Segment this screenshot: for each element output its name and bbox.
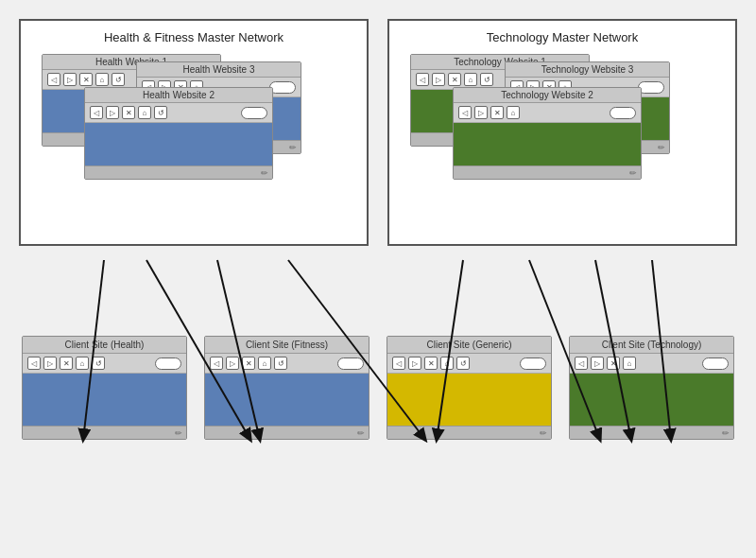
ch-forward: ▷ bbox=[43, 357, 57, 370]
ct-close: ✕ bbox=[607, 357, 620, 370]
t-forward-icon-2: ▷ bbox=[474, 106, 488, 119]
t-reload-icon: ↺ bbox=[480, 73, 493, 86]
tech-network-title: Technology Master Network bbox=[401, 30, 724, 44]
client-generic-toolbar: ◁ ▷ ✕ ⌂ ↺ bbox=[387, 354, 551, 374]
ct-search bbox=[702, 357, 729, 370]
home-icon-2: ⌂ bbox=[138, 106, 151, 119]
reload-icon-2: ↺ bbox=[154, 106, 167, 119]
back-icon: ◁ bbox=[47, 73, 60, 86]
client-generic-footer: ✏ bbox=[387, 426, 551, 439]
t-home-icon-2: ⌂ bbox=[507, 106, 520, 119]
client-fitness-title: Client Site (Fitness) bbox=[205, 337, 369, 354]
cf-forward: ▷ bbox=[226, 357, 239, 370]
health-card-3-title: Health Website 3 bbox=[137, 62, 301, 78]
t-forward-icon: ▷ bbox=[432, 73, 445, 86]
client-health-toolbar: ◁ ▷ ✕ ⌂ ↺ bbox=[23, 354, 186, 374]
cf-search bbox=[337, 357, 364, 370]
health-card-2-title: Health Website 2 bbox=[85, 88, 272, 103]
ch-search bbox=[155, 357, 181, 370]
close-icon: ✕ bbox=[79, 73, 93, 86]
client-technology-toolbar: ◁ ▷ ✕ ⌂ bbox=[570, 354, 733, 374]
client-technology-content bbox=[570, 374, 733, 426]
client-health-footer: ✏ bbox=[23, 426, 186, 439]
health-card-2: Health Website 2 ◁ ▷ ✕ ⌂ ↺ ✏ bbox=[84, 87, 273, 180]
tech-card-2-toolbar: ◁ ▷ ✕ ⌂ bbox=[454, 103, 641, 123]
ct-home: ⌂ bbox=[623, 357, 636, 370]
cg-home: ⌂ bbox=[440, 357, 454, 370]
search-bar-2 bbox=[241, 107, 267, 119]
client-sites-section: Client Site (Health) ◁ ▷ ✕ ⌂ ↺ ✏ Client … bbox=[9, 336, 747, 440]
cf-close: ✕ bbox=[242, 357, 255, 370]
cg-reload: ↺ bbox=[456, 357, 470, 370]
ct-back: ◁ bbox=[575, 357, 588, 370]
client-fitness: Client Site (Fitness) ◁ ▷ ✕ ⌂ ↺ ✏ bbox=[204, 336, 369, 440]
cg-search bbox=[520, 357, 546, 370]
cg-back: ◁ bbox=[392, 357, 405, 370]
tech-card-3-title: Technology Website 3 bbox=[506, 62, 669, 78]
client-generic-title: Client Site (Generic) bbox=[387, 337, 551, 354]
client-technology: Client Site (Technology) ◁ ▷ ✕ ⌂ ✏ bbox=[569, 336, 734, 440]
health-card-2-toolbar: ◁ ▷ ✕ ⌂ ↺ bbox=[85, 103, 272, 123]
client-fitness-footer: ✏ bbox=[205, 426, 369, 439]
client-generic: Client Site (Generic) ◁ ▷ ✕ ⌂ ↺ ✏ bbox=[387, 336, 552, 440]
client-health-title: Client Site (Health) bbox=[23, 337, 186, 354]
cg-close: ✕ bbox=[424, 357, 438, 370]
tech-card-2: Technology Website 2 ◁ ▷ ✕ ⌂ ✏ bbox=[453, 87, 642, 180]
cf-back: ◁ bbox=[210, 357, 223, 370]
t-search-bar-3 bbox=[638, 81, 664, 94]
health-card-2-content bbox=[85, 123, 272, 166]
search-bar-3 bbox=[269, 81, 296, 94]
t-search-bar-2 bbox=[610, 107, 636, 119]
ch-reload: ↺ bbox=[92, 357, 105, 370]
home-icon: ⌂ bbox=[95, 73, 109, 86]
client-technology-footer: ✏ bbox=[570, 426, 733, 439]
cf-reload: ↺ bbox=[274, 357, 287, 370]
close-icon-2: ✕ bbox=[122, 106, 135, 119]
ch-close: ✕ bbox=[60, 357, 73, 370]
tech-network-box: Technology Master Network Technology Web… bbox=[387, 19, 737, 246]
cf-home: ⌂ bbox=[258, 357, 271, 370]
client-generic-content bbox=[387, 374, 551, 426]
t-back-icon: ◁ bbox=[416, 73, 429, 86]
t-back-icon-2: ◁ bbox=[458, 106, 472, 119]
tech-card-2-footer: ✏ bbox=[454, 166, 641, 179]
health-card-2-footer: ✏ bbox=[85, 166, 272, 179]
ct-forward: ▷ bbox=[591, 357, 604, 370]
client-fitness-toolbar: ◁ ▷ ✕ ⌂ ↺ bbox=[205, 354, 369, 374]
back-icon-2: ◁ bbox=[90, 106, 103, 119]
client-health-content bbox=[23, 374, 186, 426]
ch-home: ⌂ bbox=[76, 357, 89, 370]
health-network-title: Health & Fitness Master Network bbox=[32, 30, 355, 44]
t-home-icon: ⌂ bbox=[464, 73, 477, 86]
t-close-icon-2: ✕ bbox=[490, 106, 504, 119]
tech-card-2-title: Technology Website 2 bbox=[454, 88, 641, 103]
reload-icon: ↺ bbox=[112, 73, 125, 86]
cg-forward: ▷ bbox=[408, 357, 421, 370]
client-technology-title: Client Site (Technology) bbox=[570, 337, 733, 354]
forward-icon: ▷ bbox=[63, 73, 77, 86]
client-health: Client Site (Health) ◁ ▷ ✕ ⌂ ↺ ✏ bbox=[22, 336, 187, 440]
tech-card-2-content bbox=[454, 123, 641, 166]
health-network-box: Health & Fitness Master Network Health W… bbox=[19, 19, 369, 246]
t-close-icon: ✕ bbox=[448, 73, 461, 86]
forward-icon-2: ▷ bbox=[106, 106, 119, 119]
client-fitness-content bbox=[205, 374, 369, 426]
ch-back: ◁ bbox=[27, 357, 41, 370]
